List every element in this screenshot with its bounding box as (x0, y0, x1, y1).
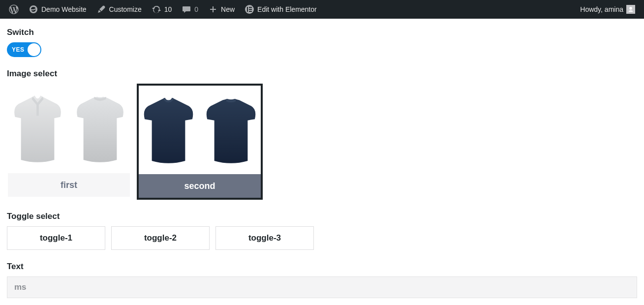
image-select-label: Image select (7, 69, 637, 79)
switch-knob (28, 43, 40, 56)
toggle-option-label: toggle-3 (248, 233, 281, 243)
image-option-label: second (139, 174, 261, 198)
switch-state-label: YES (12, 46, 25, 53)
new-content-link[interactable]: New (203, 0, 240, 19)
switch-label: Switch (7, 28, 637, 37)
svg-rect-5 (36, 104, 39, 116)
switch-field: Switch YES (7, 28, 637, 57)
elementor-link[interactable]: Edit with Elementor (240, 0, 322, 19)
toggle-option-2[interactable]: toggle-2 (111, 226, 210, 250)
howdy-label: Howdy, amina (580, 5, 623, 13)
wordpress-icon (9, 4, 19, 14)
site-name-menu[interactable]: Demo Website (24, 0, 92, 19)
toggle-option-1[interactable]: toggle-1 (7, 226, 105, 250)
text-field-wrapper: Text (7, 262, 637, 298)
updates-count: 10 (164, 5, 172, 13)
brush-icon (96, 4, 106, 14)
comment-icon (182, 4, 191, 14)
toggle-option-label: toggle-1 (40, 233, 72, 243)
wp-logo-menu[interactable] (4, 0, 24, 19)
toggle-option-3[interactable]: toggle-3 (215, 226, 314, 250)
comments-count: 0 (194, 5, 198, 13)
elementor-icon (245, 4, 254, 14)
image-select-option-second[interactable]: second (137, 84, 263, 200)
toggle-option-label: toggle-2 (144, 233, 177, 243)
customize-link[interactable]: Customize (92, 0, 147, 19)
plus-icon (208, 4, 218, 14)
image-option-label: first (8, 173, 130, 197)
product-image-polos (8, 85, 130, 173)
customize-label: Customize (109, 5, 142, 13)
tshirt-back-icon (201, 93, 261, 167)
account-menu[interactable]: Howdy, amina (575, 0, 640, 19)
switch-toggle[interactable]: YES (7, 42, 41, 57)
updates-link[interactable]: 10 (147, 0, 177, 19)
svg-rect-3 (249, 9, 252, 10)
text-field-label: Text (7, 262, 637, 272)
dashboard-icon (29, 4, 38, 14)
image-select-field: Image select (7, 69, 637, 200)
new-label: New (221, 5, 235, 13)
toggle-select-field: Toggle select toggle-1 toggle-2 toggle-3 (7, 212, 637, 250)
svg-rect-2 (249, 7, 252, 8)
svg-rect-1 (247, 7, 248, 12)
product-image-tshirts (139, 86, 261, 174)
avatar (626, 5, 635, 14)
admin-bar: Demo Website Customize 10 0 New (0, 0, 644, 19)
svg-rect-4 (249, 11, 252, 12)
polo-back-icon (70, 92, 130, 166)
site-name-label: Demo Website (41, 5, 87, 13)
text-input[interactable] (7, 276, 637, 298)
toggle-select-label: Toggle select (7, 212, 637, 221)
tshirt-front-icon (139, 93, 198, 167)
polo-front-icon (8, 92, 67, 166)
image-select-option-first[interactable]: first (7, 84, 131, 200)
comments-link[interactable]: 0 (177, 0, 203, 19)
elementor-label: Edit with Elementor (257, 5, 317, 13)
refresh-icon (152, 4, 161, 14)
